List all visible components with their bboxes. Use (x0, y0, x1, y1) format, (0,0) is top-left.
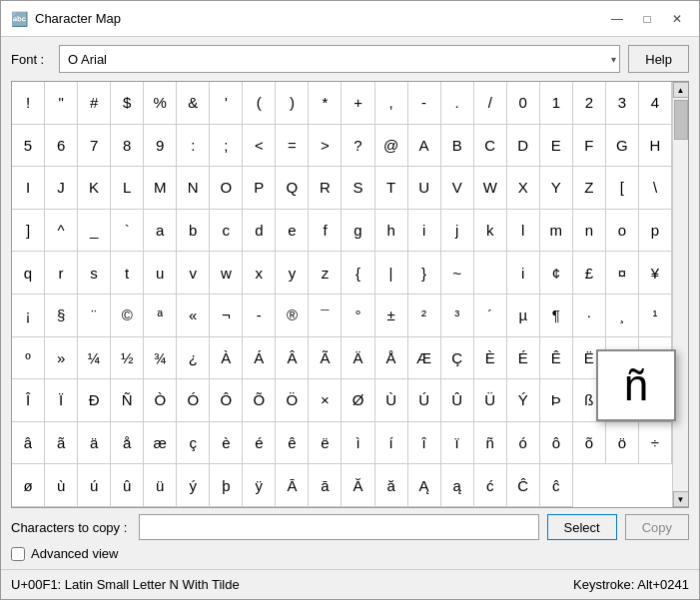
scroll-up-arrow[interactable]: ▲ (673, 82, 689, 98)
char-cell[interactable]: û (111, 464, 144, 507)
char-cell[interactable]: ª (144, 295, 177, 337)
char-cell[interactable]: Á (243, 337, 276, 380)
char-cell[interactable]: ì (342, 422, 374, 465)
char-cell[interactable]: | (375, 252, 408, 295)
char-cell[interactable]: 1 (540, 82, 573, 125)
char-cell[interactable]: h (375, 210, 408, 253)
char-cell[interactable]: ï (441, 422, 474, 465)
char-cell[interactable]: f (309, 210, 342, 253)
copy-button[interactable]: Copy (625, 514, 689, 540)
char-cell[interactable]: b (177, 210, 210, 253)
char-cell[interactable]: ² (408, 295, 441, 337)
char-cell[interactable]: 9 (144, 125, 177, 168)
char-cell[interactable]: x (243, 252, 276, 295)
char-cell[interactable]: Î (12, 379, 45, 422)
char-cell[interactable]: Ä (342, 337, 374, 380)
char-cell[interactable]: / (474, 82, 507, 125)
char-cell[interactable]: ¶ (540, 295, 573, 337)
char-cell[interactable]: Æ (408, 337, 441, 380)
char-cell[interactable]: . (441, 82, 474, 125)
char-cell[interactable]: ¹ (639, 295, 672, 337)
char-cell[interactable]: A (408, 125, 441, 168)
char-cell[interactable]: m (540, 210, 573, 253)
char-cell[interactable]: y (276, 252, 309, 295)
char-cell[interactable]: Ï (45, 379, 78, 422)
char-cell[interactable]: ă (375, 464, 408, 507)
char-cell[interactable]: Ā (276, 464, 309, 507)
scroll-thumb[interactable] (674, 100, 688, 140)
char-cell[interactable]: 0 (507, 82, 540, 125)
char-cell[interactable]: Å (375, 337, 408, 380)
char-cell[interactable]: - (408, 82, 441, 125)
char-cell[interactable]: º (12, 337, 45, 380)
char-cell[interactable]: ø (12, 464, 45, 507)
advanced-view-checkbox[interactable] (11, 547, 25, 561)
char-cell[interactable]: ? (342, 125, 374, 168)
char-cell[interactable]: _ (78, 210, 111, 253)
char-cell[interactable]: Ý (507, 379, 540, 422)
char-cell[interactable]: B (441, 125, 474, 168)
char-cell[interactable]: ) (276, 82, 309, 125)
char-cell[interactable]: Ă (342, 464, 374, 507)
char-cell[interactable]: ± (375, 295, 408, 337)
char-cell[interactable]: p (639, 210, 672, 253)
char-cell[interactable]: u (144, 252, 177, 295)
char-cell[interactable]: c (210, 210, 243, 253)
char-cell[interactable]: é (243, 422, 276, 465)
char-cell[interactable]: É (507, 337, 540, 380)
char-cell[interactable]: , (375, 82, 408, 125)
char-cell[interactable]: a (144, 210, 177, 253)
char-cell[interactable]: * (309, 82, 342, 125)
char-cell[interactable]: g (342, 210, 374, 253)
close-button[interactable]: ✕ (663, 7, 691, 31)
char-cell[interactable]: X (507, 167, 540, 210)
char-cell[interactable]: \ (639, 167, 672, 210)
char-cell[interactable]: s (78, 252, 111, 295)
char-cell[interactable]: W (474, 167, 507, 210)
char-cell[interactable]: ¡ (12, 295, 45, 337)
char-cell[interactable]: P (243, 167, 276, 210)
char-cell[interactable]: k (474, 210, 507, 253)
char-cell[interactable]: C (474, 125, 507, 168)
char-cell[interactable]: Ą (408, 464, 441, 507)
char-cell[interactable]: î (408, 422, 441, 465)
char-cell[interactable]: í (375, 422, 408, 465)
select-button[interactable]: Select (547, 514, 617, 540)
characters-to-copy-input[interactable] (139, 514, 539, 540)
char-cell[interactable]: » (45, 337, 78, 380)
char-cell[interactable]: ´ (474, 295, 507, 337)
char-cell[interactable]: 8 (111, 125, 144, 168)
char-cell[interactable]: ' (210, 82, 243, 125)
char-cell[interactable]: % (144, 82, 177, 125)
char-cell[interactable]: ¸ (606, 295, 639, 337)
char-cell[interactable]: V (441, 167, 474, 210)
char-cell[interactable]: ½ (111, 337, 144, 380)
char-cell[interactable]: Ç (441, 337, 474, 380)
char-cell[interactable]: ¢ (540, 252, 573, 295)
char-cell[interactable]: D (507, 125, 540, 168)
char-cell[interactable]: T (375, 167, 408, 210)
char-cell[interactable]: Ú (408, 379, 441, 422)
scroll-down-arrow[interactable]: ▼ (673, 491, 689, 507)
char-cell[interactable]: [ (606, 167, 639, 210)
char-cell[interactable]: À (210, 337, 243, 380)
char-cell[interactable]: ¯ (309, 295, 342, 337)
char-cell[interactable]: ³ (441, 295, 474, 337)
char-cell[interactable]: j (441, 210, 474, 253)
char-cell[interactable]: Ñ (111, 379, 144, 422)
char-cell[interactable]: 7 (78, 125, 111, 168)
char-cell[interactable]: ą (441, 464, 474, 507)
char-cell[interactable]: ® (276, 295, 309, 337)
char-cell[interactable]: R (309, 167, 342, 210)
char-cell[interactable]: ô (540, 422, 573, 465)
char-cell[interactable]: F (573, 125, 606, 168)
char-cell[interactable]: - (243, 295, 276, 337)
char-cell[interactable]: ê (276, 422, 309, 465)
char-cell[interactable]: ` (111, 210, 144, 253)
char-cell[interactable]: ñ (474, 422, 507, 465)
char-cell[interactable]: § (45, 295, 78, 337)
font-select[interactable]: O Arial (59, 45, 620, 73)
char-cell[interactable]: × (309, 379, 342, 422)
char-cell[interactable]: Ø (342, 379, 374, 422)
scrollbar[interactable]: ▲ ▼ (672, 82, 688, 507)
